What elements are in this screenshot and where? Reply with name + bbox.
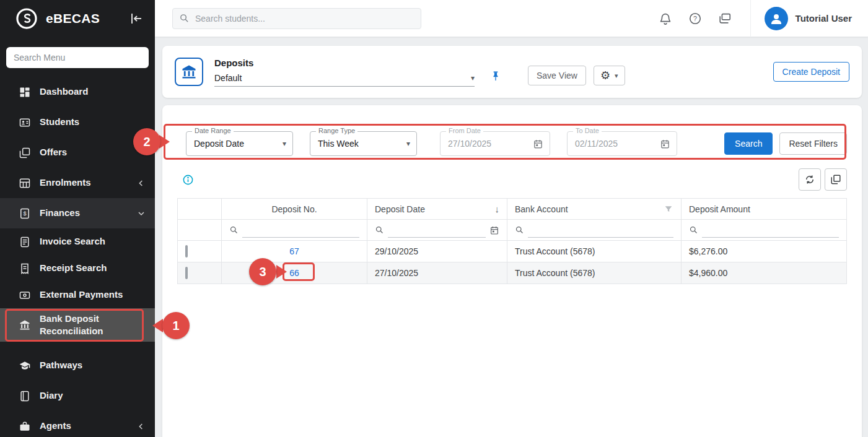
row-select-cell	[178, 241, 222, 262]
annotation-step-1: 1	[162, 312, 190, 339]
diary-icon	[19, 390, 31, 402]
students-icon	[19, 116, 31, 129]
deposit-date-cell: 29/10/2025	[367, 241, 507, 262]
sidebar-collapse-icon[interactable]	[129, 11, 144, 26]
feedback-window-icon[interactable]	[718, 12, 732, 25]
sort-desc-icon[interactable]: ↓	[495, 204, 500, 214]
sidebar-item-students[interactable]: Students	[0, 107, 155, 137]
deposit-date-cell: 27/10/2025	[367, 262, 507, 284]
help-icon[interactable]: ?	[688, 12, 702, 25]
menu-search-input[interactable]	[6, 47, 149, 68]
sidebar-item-finances[interactable]: $ Finances	[0, 198, 155, 228]
gear-icon: ⚙	[600, 70, 610, 81]
sidebar-item-label: Diary	[40, 389, 133, 402]
filter-deposit-no[interactable]	[222, 220, 367, 241]
deposit-no-cell: 67	[222, 241, 367, 262]
table-row: 67 29/10/2025 Trust Account (5678) $6,27…	[178, 241, 847, 262]
topbar: ? Tutorial User	[155, 0, 868, 37]
sidebar-item-invoice-search[interactable]: Invoice Search	[0, 228, 155, 255]
annotation-box-step-2	[164, 124, 846, 160]
select-all-header	[178, 199, 222, 220]
sidebar-item-label: Pathways	[40, 359, 133, 371]
sidebar-logo-row: eBECAS	[0, 0, 155, 37]
copy-export-button[interactable]	[825, 168, 847, 191]
copy-icon	[830, 174, 841, 185]
pin-icon[interactable]	[489, 70, 502, 82]
sidebar-item-external-payments[interactable]: External Payments	[0, 282, 155, 308]
pathways-icon	[19, 360, 31, 372]
caret-down-icon: ▾	[615, 72, 618, 80]
user-menu[interactable]: Tutorial User	[750, 0, 852, 37]
save-view-button[interactable]: Save View	[528, 66, 586, 85]
col-deposit-amount[interactable]: Deposit Amount	[682, 199, 847, 220]
search-icon	[515, 225, 524, 235]
ebecas-logo-icon	[15, 7, 38, 30]
row-checkbox[interactable]	[185, 245, 188, 257]
main-column: ? Tutorial User Deposits Default ▾	[155, 0, 868, 437]
annotation-arrow-step-1	[152, 319, 163, 332]
col-bank-account-label: Bank Account	[515, 204, 568, 214]
annotation-step-number: 2	[143, 135, 150, 149]
col-deposit-no[interactable]: Deposit No.	[222, 199, 367, 220]
annotation-step-2: 2	[133, 128, 160, 155]
settings-gear-button[interactable]: ⚙ ▾	[594, 66, 625, 85]
deposits-header-card: Deposits Default ▾ Save View ⚙ ▾ Create …	[162, 46, 862, 98]
sidebar-item-label: Enrolments	[40, 176, 133, 189]
view-select-value: Default	[214, 73, 242, 83]
search-icon	[375, 225, 384, 235]
col-deposit-date-label: Deposit Date	[375, 204, 425, 214]
col-deposit-date[interactable]: Deposit Date ↓	[367, 199, 507, 220]
deposit-link[interactable]: 67	[289, 246, 299, 256]
avatar	[765, 7, 788, 30]
deposit-amount-cell: $6,276.00	[682, 241, 847, 262]
svg-text:$: $	[23, 210, 26, 217]
sidebar-item-label: Dashboard	[40, 85, 133, 98]
refresh-button[interactable]	[799, 168, 821, 191]
bank-account-cell: Trust Account (5678)	[507, 241, 682, 262]
sidebar-item-label: Invoice Search	[40, 235, 133, 248]
sidebar-item-label: External Payments	[40, 288, 133, 301]
annotation-step-3: 3	[249, 258, 276, 285]
annotation-arrow-step-3	[276, 265, 287, 279]
content-area: Deposits Default ▾ Save View ⚙ ▾ Create …	[155, 37, 868, 437]
annotation-box-step-3	[283, 262, 315, 281]
app-window: eBECAS Dashboard Students Offers	[0, 0, 868, 437]
student-search-input[interactable]	[195, 14, 414, 24]
row-checkbox[interactable]	[185, 267, 188, 279]
annotation-arrow-step-2	[159, 135, 170, 149]
menu-search	[6, 47, 149, 68]
notifications-bell-icon[interactable]	[659, 12, 672, 25]
grid-toolbar	[177, 168, 847, 191]
topbar-icons: ?	[659, 12, 732, 25]
user-name: Tutorial User	[796, 13, 852, 24]
sidebar-item-receipt-search[interactable]: Receipt Search	[0, 255, 155, 282]
filter-deposit-date[interactable]	[367, 220, 507, 241]
deposit-amount-cell: $4,960.00	[682, 262, 847, 284]
sidebar-item-offers[interactable]: Offers	[0, 137, 155, 168]
svg-text:?: ?	[693, 14, 697, 22]
invoice-icon	[19, 236, 31, 248]
sidebar-item-label: Offers	[40, 146, 133, 158]
gear-dropdown: ⚙ ▾	[586, 66, 625, 85]
chevron-left-icon	[136, 422, 146, 431]
filter-deposit-amount[interactable]	[682, 220, 847, 241]
search-icon	[229, 225, 239, 235]
view-select[interactable]: Default ▾	[214, 71, 475, 87]
page-title: Deposits	[214, 58, 475, 68]
sidebar-item-enrolments[interactable]: Enrolments	[0, 168, 155, 198]
filter-bank-account[interactable]	[507, 220, 682, 241]
filter-funnel-icon[interactable]	[664, 204, 673, 214]
sidebar-item-label: Students	[40, 116, 133, 128]
sidebar-item-agents[interactable]: Agents	[0, 411, 155, 437]
create-deposit-button[interactable]: Create Deposit	[773, 62, 849, 82]
bank-deposit-icon	[175, 58, 203, 86]
app-title: eBECAS	[46, 11, 100, 26]
info-icon[interactable]	[182, 174, 194, 186]
sidebar-item-dashboard[interactable]: Dashboard	[0, 77, 155, 107]
sidebar-item-pathways[interactable]: Pathways	[0, 350, 155, 381]
enrolments-icon	[19, 177, 31, 189]
col-bank-account[interactable]: Bank Account	[507, 199, 682, 220]
sidebar-item-diary[interactable]: Diary	[0, 381, 155, 411]
finances-icon: $	[19, 207, 31, 220]
sidebar-item-label: Receipt Search	[40, 262, 133, 274]
